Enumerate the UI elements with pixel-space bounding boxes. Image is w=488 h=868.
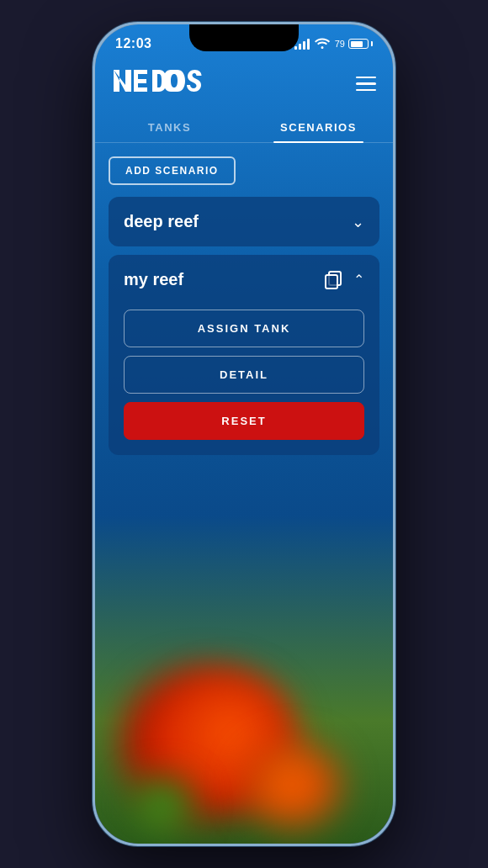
main-content: ADD SCENARIO deep reef ⌄ my reef <box>95 156 393 455</box>
tab-scenarios[interactable]: SCENARIOS <box>244 113 393 142</box>
scenario-header-my-reef[interactable]: my reef ⌃ <box>109 255 379 304</box>
scenario-header-icons-deep-reef: ⌄ <box>352 213 364 231</box>
status-time: 12:03 <box>115 36 151 51</box>
notch <box>189 24 299 51</box>
scenario-header-deep-reef[interactable]: deep reef ⌄ <box>109 197 379 246</box>
detail-button[interactable]: DETAIL <box>124 356 364 394</box>
assign-tank-button[interactable]: ASSIGN TANK <box>124 310 364 347</box>
scenario-name-my-reef: my reef <box>124 270 183 289</box>
status-icons: 79 <box>294 37 373 51</box>
scenario-header-icons-my-reef: ⌃ <box>325 271 364 289</box>
hamburger-line-1 <box>356 77 376 79</box>
phone-screen: 12:03 79 <box>95 24 393 844</box>
coral-background <box>95 574 393 844</box>
hamburger-line-3 <box>356 89 376 92</box>
chevron-down-icon: ⌄ <box>352 213 364 231</box>
wifi-icon <box>315 37 330 51</box>
tab-bar: TANKS SCENARIOS <box>95 113 393 143</box>
svg-rect-1 <box>326 275 337 288</box>
copy-icon[interactable] <box>325 271 343 289</box>
scenario-name-deep-reef: deep reef <box>124 212 199 231</box>
scenario-expanded-my-reef: ASSIGN TANK DETAIL RESET <box>109 304 379 455</box>
app-logo <box>112 66 213 101</box>
add-scenario-button[interactable]: ADD SCENARIO <box>109 156 236 185</box>
hamburger-line-2 <box>356 82 376 85</box>
battery-icon: 79 <box>335 39 373 49</box>
tab-tanks[interactable]: TANKS <box>95 113 244 142</box>
scenario-card-deep-reef: deep reef ⌄ <box>109 197 379 246</box>
phone-frame: 12:03 79 <box>93 22 395 846</box>
scenario-card-my-reef: my reef ⌃ ASSIGN TANK DET <box>109 255 379 455</box>
hamburger-menu-button[interactable] <box>356 77 376 92</box>
chevron-up-icon: ⌃ <box>353 272 364 288</box>
reset-button[interactable]: RESET <box>124 402 364 440</box>
app-header <box>95 58 393 113</box>
